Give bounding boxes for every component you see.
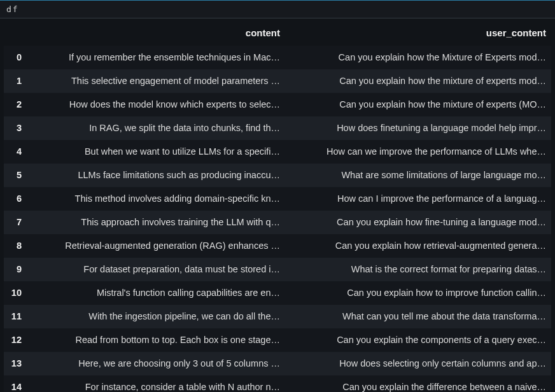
dataframe-table: content user_content 0If you remember th… <box>4 21 551 392</box>
row-index: 6 <box>4 187 25 211</box>
cell-user-content: What is the correct format for preparing… <box>285 258 551 281</box>
cell-user-content: How does selecting only certain columns … <box>285 352 551 375</box>
cell-content: This approach involves training the LLM … <box>25 211 285 234</box>
row-index: 13 <box>4 352 25 375</box>
table-row: 5LLMs face limitations such as producing… <box>4 164 551 187</box>
cell-user-content: Can you explain how fine-tuning a langua… <box>285 211 551 234</box>
cell-user-content: Can you explain how the mixture of exper… <box>285 93 551 116</box>
cell-user-content: Can you explain how to improve function … <box>285 281 551 305</box>
cell-content: Read from bottom to top. Each box is one… <box>25 328 285 352</box>
dataframe-output: content user_content 0If you remember th… <box>0 18 555 392</box>
table-row: 6This method involves adding domain-spec… <box>4 187 551 211</box>
row-index: 12 <box>4 328 25 352</box>
row-index: 2 <box>4 93 25 116</box>
cell-content: For instance, consider a table with N au… <box>25 375 285 392</box>
cell-user-content: How can I improve the performance of a l… <box>285 187 551 211</box>
cell-content: Here, we are choosing only 3 out of 5 co… <box>25 352 285 375</box>
cell-content: In RAG, we split the data into chunks, f… <box>25 116 285 140</box>
header-content: content <box>25 21 285 46</box>
table-row: 0If you remember the ensemble techniques… <box>4 46 551 69</box>
table-row: 14For instance, consider a table with N … <box>4 375 551 392</box>
cell-content: LLMs face limitations such as producing … <box>25 164 285 187</box>
cell-content: With the ingestion pipeline, we can do a… <box>25 305 285 328</box>
table-row: 1This selective engagement of model para… <box>4 69 551 93</box>
row-index: 8 <box>4 234 25 258</box>
code-input-value: df <box>6 4 19 14</box>
row-index: 9 <box>4 258 25 281</box>
cell-content: Retrieval-augmented generation (RAG) enh… <box>25 234 285 258</box>
table-row: 3In RAG, we split the data into chunks, … <box>4 116 551 140</box>
header-index <box>4 21 25 46</box>
row-index: 4 <box>4 140 25 164</box>
row-index: 10 <box>4 281 25 305</box>
cell-user-content: What can you tell me about the data tran… <box>285 305 551 328</box>
row-index: 7 <box>4 211 25 234</box>
cell-content: But when we want to utilize LLMs for a s… <box>25 140 285 164</box>
table-row: 7This approach involves training the LLM… <box>4 211 551 234</box>
cell-user-content: Can you explain the difference between a… <box>285 375 551 392</box>
table-row: 9For dataset preparation, data must be s… <box>4 258 551 281</box>
code-input[interactable]: df <box>0 0 555 18</box>
row-index: 1 <box>4 69 25 93</box>
cell-content: For dataset preparation, data must be st… <box>25 258 285 281</box>
table-row: 13Here, we are choosing only 3 out of 5 … <box>4 352 551 375</box>
header-row: content user_content <box>4 21 551 46</box>
cell-user-content: Can you explain how the mixture of exper… <box>285 69 551 93</box>
cell-user-content: Can you explain how retrieval-augmented … <box>285 234 551 258</box>
cell-content: How does the model know which experts to… <box>25 93 285 116</box>
cell-user-content: What are some limitations of large langu… <box>285 164 551 187</box>
row-index: 11 <box>4 305 25 328</box>
cell-user-content: Can you explain how the Mixture of Exper… <box>285 46 551 69</box>
table-row: 8Retrieval-augmented generation (RAG) en… <box>4 234 551 258</box>
table-row: 12Read from bottom to top. Each box is o… <box>4 328 551 352</box>
cell-user-content: How does finetuning a language model hel… <box>285 116 551 140</box>
cell-content: This method involves adding domain-speci… <box>25 187 285 211</box>
cell-content: If you remember the ensemble techniques … <box>25 46 285 69</box>
table-row: 10Mistral's function calling capabilitie… <box>4 281 551 305</box>
table-row: 11With the ingestion pipeline, we can do… <box>4 305 551 328</box>
row-index: 14 <box>4 375 25 392</box>
row-index: 3 <box>4 116 25 140</box>
cell-user-content: How can we improve the performance of LL… <box>285 140 551 164</box>
table-row: 4But when we want to utilize LLMs for a … <box>4 140 551 164</box>
row-index: 0 <box>4 46 25 69</box>
cell-content: This selective engagement of model param… <box>25 69 285 93</box>
row-index: 5 <box>4 164 25 187</box>
table-row: 2How does the model know which experts t… <box>4 93 551 116</box>
header-user-content: user_content <box>285 21 551 46</box>
cell-user-content: Can you explain the components of a quer… <box>285 328 551 352</box>
cell-content: Mistral's function calling capabilities … <box>25 281 285 305</box>
